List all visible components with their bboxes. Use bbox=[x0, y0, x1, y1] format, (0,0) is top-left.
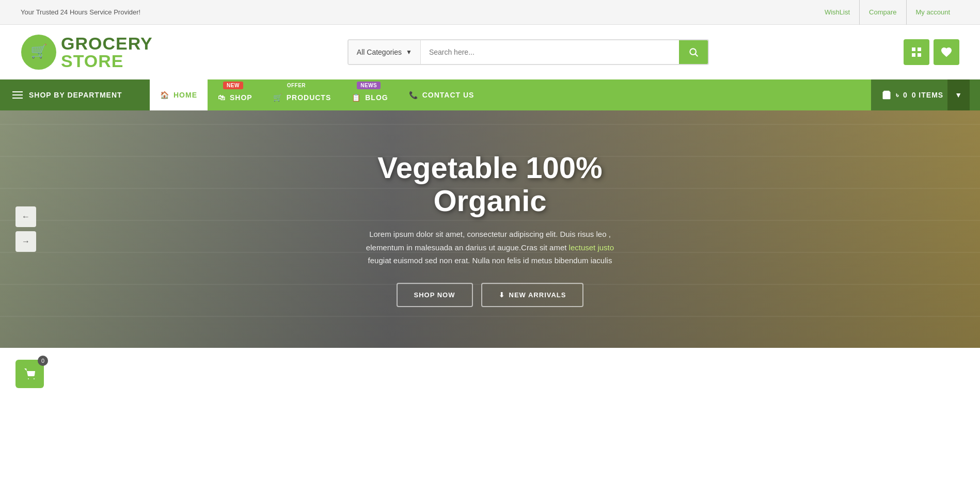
nav-products-label: PRODUCTS bbox=[287, 93, 331, 102]
phone-icon: 📞 bbox=[409, 91, 418, 99]
svg-point-2 bbox=[690, 49, 696, 55]
shop-icon: 🛍 bbox=[218, 93, 226, 102]
nav-item-home[interactable]: 🏠 HOME bbox=[150, 79, 208, 110]
category-label: All Categories bbox=[357, 48, 402, 56]
cart-dropdown-arrow[interactable]: ▼ bbox=[947, 79, 970, 110]
cart-icon-button[interactable] bbox=[904, 39, 929, 65]
search-button[interactable] bbox=[679, 40, 708, 64]
navigation: SHOP BY DEPARTMENT 🏠 HOME NEW 🛍 SHOP OFF… bbox=[0, 79, 980, 110]
svg-line-3 bbox=[696, 54, 698, 57]
header-icons bbox=[904, 39, 959, 65]
svg-text:🛒: 🛒 bbox=[30, 43, 48, 59]
cart-items-label: 0 ITEMS bbox=[912, 91, 943, 99]
nav-item-blog[interactable]: NEWS 📋 BLOG bbox=[341, 79, 398, 110]
hero-next-button[interactable]: → bbox=[15, 231, 36, 252]
cart-area[interactable]: ৳ 0 0 ITEMS ▼ bbox=[871, 79, 980, 110]
heart-icon bbox=[940, 46, 953, 58]
hero-content: Vegetable 100% Organic Lorem ipsum dolor… bbox=[309, 141, 671, 317]
shop-by-dept-label: SHOP BY DEPARTMENT bbox=[29, 91, 122, 99]
cart-count: 0 bbox=[903, 91, 908, 99]
nav-shop-label: SHOP bbox=[230, 93, 252, 102]
cart-icon bbox=[881, 90, 892, 100]
svg-rect-6 bbox=[912, 53, 915, 57]
logo-store: STORE bbox=[61, 52, 153, 70]
cart-currency: ৳ bbox=[896, 91, 899, 100]
hero-controls: ← → bbox=[15, 206, 36, 252]
hero-subtitle-link[interactable]: lectuset justo bbox=[569, 243, 614, 252]
logo[interactable]: 🛒 GROCERY STORE bbox=[21, 34, 153, 70]
hero-buttons: SHOP NOW ⬇ NEW ARRIVALS bbox=[320, 283, 660, 307]
hero-btn-label-2: NEW ARRIVALS bbox=[509, 291, 566, 299]
products-icon: 🛒 bbox=[273, 93, 282, 102]
nav-home-label: HOME bbox=[173, 91, 197, 99]
shopping-layers-icon bbox=[910, 46, 923, 58]
search-input[interactable] bbox=[421, 48, 679, 56]
hamburger-icon bbox=[12, 91, 23, 99]
arrow-left-icon: ← bbox=[22, 212, 30, 221]
myaccount-link[interactable]: My account bbox=[907, 0, 959, 25]
header: 🛒 GROCERY STORE All Categories ▼ bbox=[0, 25, 980, 79]
chevron-down-icon: ▼ bbox=[955, 91, 962, 99]
hero-section: ← → Vegetable 100% Organic Lorem ipsum d… bbox=[0, 110, 980, 348]
hero-title: Vegetable 100% Organic bbox=[320, 151, 660, 217]
svg-rect-4 bbox=[912, 47, 915, 51]
new-badge: NEW bbox=[223, 82, 243, 89]
logo-grocery: GROCERY bbox=[61, 35, 153, 52]
logo-icon: 🛒 bbox=[21, 34, 57, 70]
wishlist-link[interactable]: WishList bbox=[815, 0, 860, 25]
blog-icon: 📋 bbox=[352, 93, 361, 102]
wishlist-icon-button[interactable] bbox=[934, 39, 959, 65]
chevron-down-icon: ▼ bbox=[406, 49, 412, 56]
new-arrivals-button[interactable]: ⬇ NEW ARRIVALS bbox=[481, 283, 584, 307]
nav-item-contact[interactable]: 📞 CONTACT US bbox=[399, 79, 485, 110]
top-bar: Your Trusted 24 Hours Service Provider! … bbox=[0, 0, 980, 25]
nav-item-shop[interactable]: NEW 🛍 SHOP bbox=[208, 79, 263, 110]
nav-contact-label: CONTACT US bbox=[422, 91, 475, 99]
compare-link[interactable]: Compare bbox=[860, 0, 906, 25]
search-icon bbox=[688, 47, 699, 57]
offer-badge: OFFER bbox=[283, 82, 309, 89]
shop-now-button[interactable]: SHOP NOW bbox=[397, 283, 473, 307]
tagline: Your Trusted 24 Hours Service Provider! bbox=[21, 8, 140, 16]
nav-blog-label: BLOG bbox=[365, 93, 388, 102]
hero-prev-button[interactable]: ← bbox=[15, 206, 36, 227]
nav-item-products[interactable]: OFFER 🛒 PRODUCTS bbox=[263, 79, 342, 110]
arrow-down-icon: ⬇ bbox=[499, 291, 505, 299]
svg-rect-5 bbox=[918, 47, 921, 51]
hero-btn-label-1: SHOP NOW bbox=[414, 291, 455, 299]
category-dropdown[interactable]: All Categories ▼ bbox=[349, 40, 421, 64]
search-area: All Categories ▼ bbox=[347, 39, 709, 65]
svg-rect-7 bbox=[918, 53, 921, 57]
top-bar-links: WishList Compare My account bbox=[815, 0, 959, 25]
logo-text: GROCERY STORE bbox=[61, 35, 153, 70]
home-icon: 🏠 bbox=[160, 91, 169, 99]
hero-subtitle: Lorem ipsum dolor sit amet, consectetur … bbox=[356, 228, 624, 267]
shop-by-department[interactable]: SHOP BY DEPARTMENT bbox=[0, 79, 150, 110]
news-badge: NEWS bbox=[357, 82, 381, 89]
arrow-right-icon: → bbox=[22, 237, 30, 246]
nav-links: 🏠 HOME NEW 🛍 SHOP OFFER 🛒 PRODUCTS NEWS … bbox=[150, 79, 871, 110]
